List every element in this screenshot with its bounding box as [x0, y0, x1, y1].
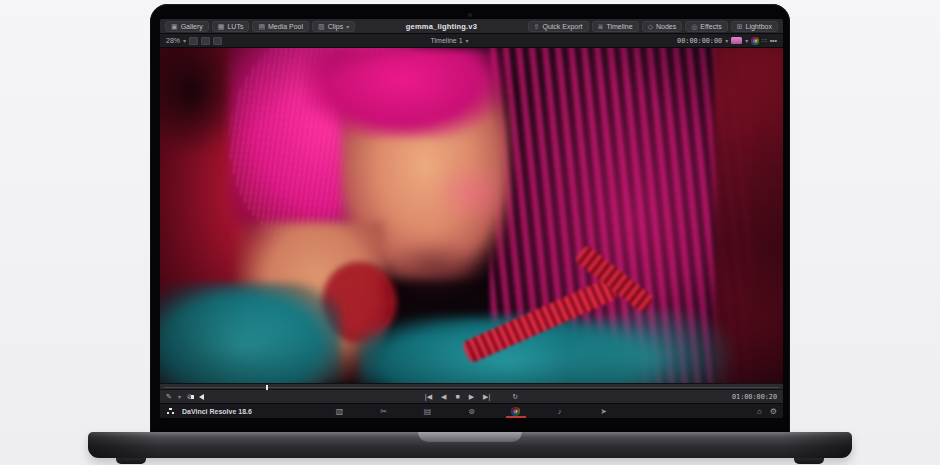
more-options-icon[interactable]: ••• [770, 37, 777, 44]
viewer-right-controls: 00:00:00:00 ▾ ▾ ∷ ••• [677, 37, 777, 45]
step-back-button[interactable]: ◀ [441, 393, 446, 401]
viewer-scrub-bar[interactable] [160, 383, 783, 390]
home-icon[interactable]: ⌂ [757, 407, 762, 416]
chevron-down-icon: ▾ [346, 23, 349, 30]
record-timecode: 01:00:00:20 [732, 393, 777, 401]
media-pool-icon: ▤ [258, 23, 265, 30]
photo-layer-dark-fur-top [434, 48, 633, 169]
top-toolbar: ▣ Gallery ▦ LUTs ▤ Media Pool ▥ Clips [160, 19, 783, 34]
gallery-label: Gallery [181, 23, 203, 30]
go-to-start-button[interactable]: |◀ [425, 393, 432, 401]
photo-layer-teal-sweater-left [160, 283, 341, 384]
chevron-down-icon[interactable]: ▾ [178, 393, 181, 400]
viewer-timecode[interactable]: 00:00:00:00 [677, 37, 722, 45]
media-page-icon: ▧ [336, 407, 344, 416]
macbook-base [88, 432, 852, 458]
tab-deliver-page[interactable]: ➤ [597, 404, 611, 418]
photo-layer-pink-bangs [303, 48, 502, 138]
gallery-icon: ▣ [171, 23, 178, 30]
effects-button[interactable]: ◎ Effects [685, 21, 727, 32]
loop-button[interactable]: ↻ [512, 393, 518, 401]
fusion-page-icon: ⊛ [468, 407, 475, 416]
lightbox-label: Lightbox [746, 23, 772, 30]
laptop-foot-right [794, 457, 824, 464]
transport-timecode-group: 01:00:00:20 [732, 390, 777, 403]
photo-layer-teal-sweater-right [571, 309, 733, 383]
lid-lift-notch [418, 432, 522, 442]
photo-layer-magenta-hair [229, 48, 453, 262]
chevron-down-icon[interactable]: ▾ [183, 37, 186, 44]
wipe-mode-toggle-3[interactable] [213, 37, 222, 45]
scrub-track [164, 387, 779, 388]
timeline-selector-label: Timeline 1 [431, 37, 463, 44]
quick-export-label: Quick Export [542, 23, 582, 30]
app-branding: DaVinci Resolve 18.6 [166, 407, 252, 415]
stop-button[interactable]: ■ [455, 393, 459, 400]
project-title: gemma_lighting.v3 [406, 22, 477, 31]
annotate-pen-icon[interactable]: ✎ [166, 393, 172, 401]
luts-button[interactable]: ▦ LUTs [212, 21, 250, 32]
chevron-down-icon[interactable]: ▾ [745, 37, 748, 44]
davinci-resolve-logo-icon [166, 407, 175, 415]
gear-icon[interactable]: ⚙ [770, 407, 777, 416]
go-to-end-button[interactable]: ▶| [483, 393, 490, 401]
photo-layer-cheek-glow [434, 162, 509, 222]
quick-export-icon: ⇧ [534, 23, 540, 30]
play-button[interactable]: ▶ [469, 393, 474, 401]
tab-color-page-active[interactable] [509, 404, 523, 418]
quick-export-button[interactable]: ⇧ Quick Export [528, 21, 589, 32]
chevron-down-icon: ▾ [466, 37, 469, 44]
clips-label: Clips [328, 23, 344, 30]
timeline-button[interactable]: ≣ Timeline [592, 21, 639, 32]
fairlight-page-icon: ♪ [558, 407, 562, 416]
page-tabs: ▧ ✂ ▤ ⊛ ♪ [333, 404, 611, 418]
tab-fusion-page[interactable]: ⊛ [465, 404, 479, 418]
viewer-tool-group: ✎ ▾ ⊘ [166, 393, 204, 401]
top-left-button-group: ▣ Gallery ▦ LUTs ▤ Media Pool ▥ Clips [165, 21, 355, 32]
effects-label: Effects [700, 23, 721, 30]
chevron-down-icon[interactable]: ▾ [725, 37, 728, 44]
top-right-button-group: ⇧ Quick Export ≣ Timeline ◇ Nodes ◎ Effe… [528, 21, 778, 32]
app-version-label: DaVinci Resolve 18.6 [182, 408, 252, 415]
clips-icon: ▥ [318, 23, 325, 30]
color-viewer-icon[interactable] [751, 37, 759, 45]
viewer-zoom-group: 28% ▾ [166, 37, 222, 45]
transport-controls: |◀ ◀ ■ ▶ ▶| ↻ [425, 393, 518, 401]
transport-bar: ✎ ▾ ⊘ |◀ ◀ ■ ▶ ▶| ↻ 01:00:00:20 [160, 390, 783, 404]
photo-layer-teal-sweater-center [359, 316, 658, 383]
wipe-mode-toggle-2[interactable] [201, 37, 210, 45]
photo-layer-red-chain-2 [574, 244, 655, 314]
timeline-selector[interactable]: Timeline 1 ▾ [431, 37, 469, 44]
tab-fairlight-page[interactable]: ♪ [553, 404, 567, 418]
photo-layer-red-nails [322, 262, 397, 342]
footer-right-icons: ⌂ ⚙ [757, 404, 777, 418]
deliver-page-icon: ➤ [600, 407, 607, 416]
tab-edit-page[interactable]: ▤ [421, 404, 435, 418]
tab-cut-page[interactable]: ✂ [377, 404, 391, 418]
edit-page-icon: ▤ [424, 407, 432, 416]
photo-layer-pink-fur-right [490, 48, 752, 383]
wipe-mode-toggle-1[interactable] [189, 37, 198, 45]
webcam-dot [468, 13, 472, 17]
viewer-image[interactable] [160, 48, 783, 383]
effects-icon: ◎ [691, 23, 697, 30]
clips-button[interactable]: ▥ Clips ▾ [312, 21, 355, 32]
clean-feed-monitor-icon[interactable] [731, 37, 742, 44]
photo-layer-hair-streaks [229, 48, 453, 262]
nodes-button[interactable]: ◇ Nodes [642, 21, 683, 32]
page-background: ▣ Gallery ▦ LUTs ▤ Media Pool ▥ Clips [0, 0, 940, 465]
photo-layer-hand [235, 222, 385, 383]
color-page-icon [511, 407, 520, 416]
davinci-resolve-window: ▣ Gallery ▦ LUTs ▤ Media Pool ▥ Clips [160, 19, 783, 418]
viewer-zoom-level[interactable]: 28% [166, 37, 180, 44]
photo-layer-red-chain [461, 277, 618, 364]
photo-layer-red-fur-left [160, 48, 322, 383]
lightbox-button[interactable]: ⊞ Lightbox [731, 21, 778, 32]
gallery-button[interactable]: ▣ Gallery [165, 21, 209, 32]
nodes-icon: ◇ [648, 23, 653, 30]
expand-viewer-icon[interactable]: ∷ [762, 37, 766, 45]
audio-mute-icon[interactable] [199, 394, 204, 400]
tab-media-page[interactable]: ▧ [333, 404, 347, 418]
media-pool-label: Media Pool [268, 23, 303, 30]
media-pool-button[interactable]: ▤ Media Pool [252, 21, 309, 32]
